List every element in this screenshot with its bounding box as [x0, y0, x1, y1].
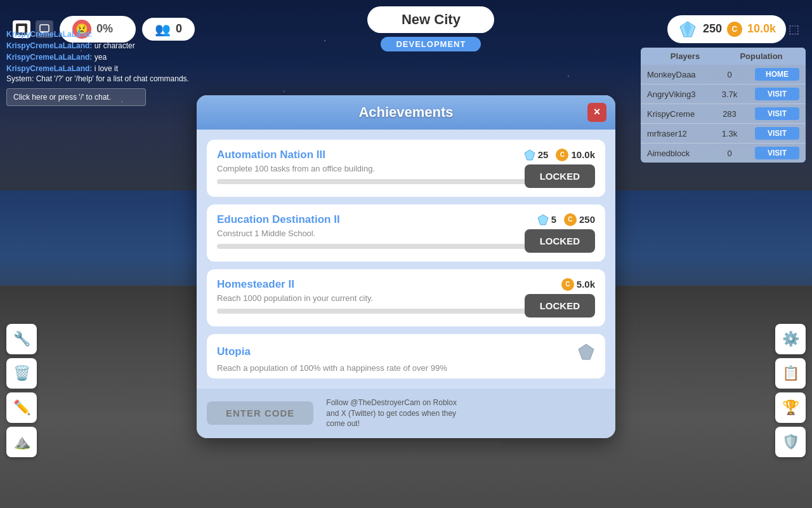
progress-bar-bg-3 — [217, 309, 557, 314]
achievement-top-1: Automation Nation III 25 C 10.0k — [217, 149, 595, 161]
locked-button-1[interactable]: LOCKED — [525, 164, 595, 188]
modal-overlay: Achievements × Automation Nation III 25 — [0, 0, 812, 508]
achievement-card-3: Homesteader II C 5.0k Reach 1000 populat… — [207, 269, 605, 326]
achievement-rewards-1: 25 C 10.0k — [524, 149, 595, 161]
reward-coins-3: C 5.0k — [561, 278, 595, 291]
achievement-name-2: Education Destination II — [217, 213, 340, 226]
svg-marker-7 — [538, 215, 548, 225]
achievement-name-4: Utopia — [217, 345, 251, 358]
progress-bar-bg-2 — [217, 244, 557, 249]
svg-marker-8 — [579, 344, 594, 359]
modal-body[interactable]: Automation Nation III 25 C 10.0k — [197, 130, 615, 389]
locked-button-2[interactable]: LOCKED — [525, 229, 595, 253]
utopia-reward-icon — [577, 343, 595, 361]
reward-diamond-icon-2 — [537, 214, 549, 225]
reward-diamond-icon-1 — [524, 149, 535, 161]
achievements-modal: Achievements × Automation Nation III 25 — [197, 95, 615, 438]
reward-coins-1: C 10.0k — [556, 149, 595, 161]
reward-diamonds-2: 5 — [537, 214, 556, 225]
close-button[interactable]: × — [587, 103, 606, 122]
reward-diamonds-1: 25 — [524, 149, 549, 161]
modal-title: Achievements — [358, 104, 453, 121]
locked-button-3[interactable]: LOCKED — [525, 294, 595, 318]
achievement-top-3: Homesteader II C 5.0k — [217, 278, 595, 291]
promo-text: Follow @TheDestroyerCam on Roblox and X … — [326, 398, 466, 429]
svg-marker-6 — [525, 150, 535, 160]
achievement-top-2: Education Destination II 5 C 250 — [217, 213, 595, 226]
modal-footer: ENTER CODE Follow @TheDestroyerCam on Ro… — [197, 389, 615, 438]
progress-bar-bg-1 — [217, 179, 557, 184]
reward-coins-2: C 250 — [564, 213, 595, 226]
achievement-desc-4: Reach a population of 100% with a happin… — [217, 363, 595, 373]
achievement-card-1: Automation Nation III 25 C 10.0k — [207, 140, 605, 197]
modal-header: Achievements × — [197, 95, 615, 130]
achievement-name-3: Homesteader II — [217, 278, 294, 291]
achievement-card-2: Education Destination II 5 C 250 — [207, 204, 605, 262]
achievement-top-4: Utopia — [217, 343, 595, 361]
achievement-rewards-3: C 5.0k — [561, 278, 595, 291]
achievement-rewards-4 — [577, 343, 595, 361]
achievement-name-1: Automation Nation III — [217, 149, 325, 161]
achievement-card-4: Utopia Reach a population of 100% with a… — [207, 334, 605, 378]
enter-code-button[interactable]: ENTER CODE — [207, 401, 313, 425]
achievement-rewards-2: 5 C 250 — [537, 213, 595, 226]
